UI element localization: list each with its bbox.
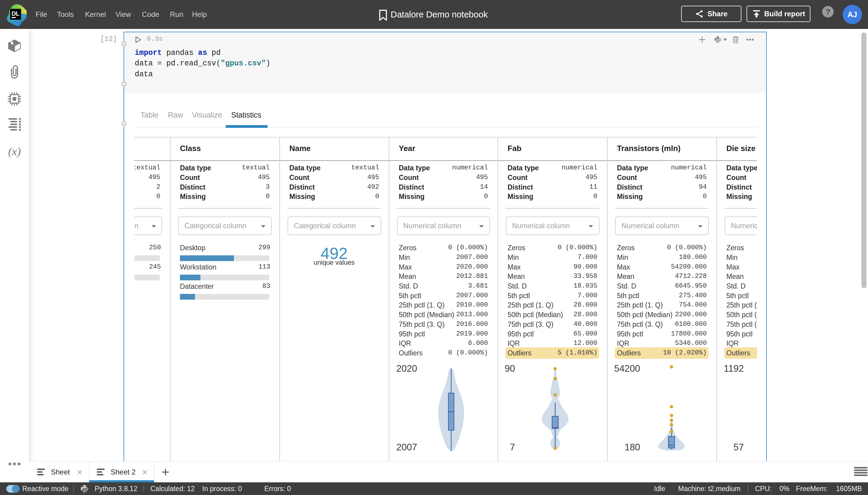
svg-text:DL: DL	[12, 10, 19, 17]
